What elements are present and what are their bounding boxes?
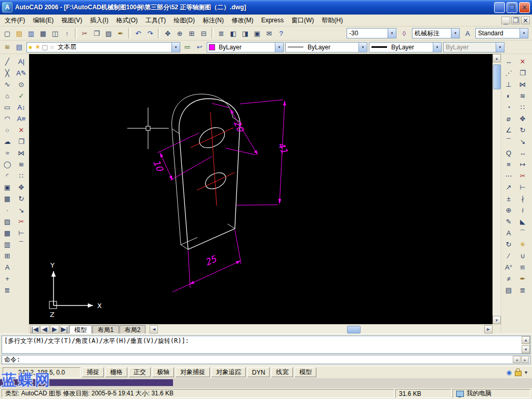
status-toggle-grid[interactable]: 栅格: [105, 367, 127, 377]
tool-layers[interactable]: ▤: [14, 42, 25, 53]
tool-construction-line[interactable]: ╳: [2, 67, 13, 78]
scroll-up-icon[interactable]: ▲: [493, 54, 501, 62]
tool-insert-block[interactable]: ▣: [2, 181, 13, 193]
tool-open-file[interactable]: ▤: [14, 28, 25, 39]
toolbar-lock-icon[interactable]: [515, 371, 522, 376]
lineweight-combo[interactable]: ByLayer ▾: [369, 42, 442, 52]
tool-quick-leader[interactable]: ↗: [503, 181, 514, 193]
tool-extend[interactable]: ⊢: [517, 181, 528, 193]
status-toggle-snap[interactable]: 捕捉: [82, 367, 104, 377]
tool-dim-baseline[interactable]: ≡: [503, 158, 514, 170]
status-toggle-otrack[interactable]: 对象追踪: [211, 367, 246, 377]
dropdown-arrow-icon[interactable]: ▾: [520, 29, 528, 38]
tool-justify-text[interactable]: A≡: [16, 113, 27, 124]
tool-sheet-set-manager[interactable]: ▣: [251, 28, 263, 39]
tool-ellipse[interactable]: ◯: [2, 158, 13, 170]
tool-text-style-manager[interactable]: A: [462, 28, 473, 39]
tool-dim-oblique[interactable]: ∕: [503, 250, 514, 261]
status-toggle-ortho[interactable]: 正交: [129, 367, 151, 377]
tool-properties[interactable]: ≣: [216, 28, 227, 39]
tool-layer-previous[interactable]: ↩: [194, 42, 205, 53]
tool-spline[interactable]: ≈: [2, 147, 13, 158]
status-toggle-lwt[interactable]: 线宽: [271, 367, 293, 377]
menu-window[interactable]: 窗口(W): [288, 15, 317, 26]
tool-layer-properties-manager[interactable]: ≋: [2, 42, 13, 53]
drawing-area[interactable]: 10 20 41 25: [29, 54, 493, 324]
titlebar-minimize[interactable]: _: [494, 2, 505, 13]
drawing-viewport[interactable]: 10 20 41 25: [29, 54, 493, 324]
mdi-mdi-minimize[interactable]: _: [501, 17, 510, 24]
tool-dim-continue[interactable]: ⋯: [503, 170, 514, 181]
tool-polyline[interactable]: ∿: [2, 78, 13, 90]
tool-rectangle[interactable]: ▭: [2, 101, 13, 113]
tool-dim-radius[interactable]: ◐: [503, 90, 514, 101]
communication-center-icon[interactable]: ◉: [506, 369, 511, 376]
tool-gradient[interactable]: ▩: [2, 227, 13, 238]
menu-view[interactable]: 视图(V): [58, 15, 86, 26]
tool-properties[interactable]: ≣: [517, 284, 528, 296]
tool-erase[interactable]: ✕: [517, 56, 528, 67]
tool-join[interactable]: ∪: [517, 250, 528, 261]
tool-undo[interactable]: ↶: [132, 28, 144, 39]
tool-make-object-layer-current[interactable]: ≔: [182, 42, 193, 53]
tool-circle[interactable]: ○: [2, 124, 13, 136]
tool-dim-ordinate[interactable]: ⊥: [503, 78, 514, 90]
tool-erase[interactable]: ✕: [16, 124, 27, 136]
tool-tolerance[interactable]: ±: [503, 193, 514, 204]
tool-center-mark[interactable]: ⊕: [503, 204, 514, 216]
tool-scale[interactable]: ↘: [16, 204, 27, 216]
tool-dim-style-manager[interactable]: ◊: [398, 28, 410, 39]
tool-paste[interactable]: ▨: [103, 28, 114, 39]
tool-mirror[interactable]: ⋈: [16, 147, 27, 158]
tool-offset[interactable]: ≋: [517, 90, 528, 101]
tool-extend[interactable]: ⊢: [16, 227, 27, 238]
scroll-down-icon[interactable]: ▼: [493, 316, 501, 324]
scroll-right-icon[interactable]: ▶: [484, 325, 493, 334]
tool-rotate[interactable]: ↻: [517, 124, 528, 136]
tool-lengthen[interactable]: ↦: [517, 158, 528, 170]
dropdown-arrow-icon[interactable]: ▾: [433, 43, 441, 52]
tool-trim[interactable]: ✂: [16, 216, 27, 227]
tool-dim-text-angle[interactable]: A°: [503, 261, 514, 273]
tool-redo[interactable]: ↷: [144, 28, 156, 39]
tool-new-file[interactable]: ▢: [2, 28, 13, 39]
dropdown-arrow-icon[interactable]: ▾: [388, 29, 396, 38]
scroll-down-icon[interactable]: ▼: [522, 345, 530, 353]
tab-layout1[interactable]: 布局1: [92, 325, 119, 334]
menu-draw[interactable]: 绘图(D): [170, 15, 198, 26]
status-toggle-osnap[interactable]: 对象捕捉: [176, 367, 210, 377]
menu-format[interactable]: 格式(O): [113, 15, 141, 26]
vertical-scroll-track[interactable]: [493, 62, 501, 316]
tab-layout2[interactable]: 布局2: [119, 325, 146, 334]
tool-table[interactable]: ⊞: [2, 250, 13, 261]
canvas-vertical-scrollbar[interactable]: ▲ ▼: [493, 54, 501, 324]
tool-multiline-text[interactable]: A: [2, 261, 13, 273]
tool-cut[interactable]: ✂: [79, 28, 90, 39]
command-input-row[interactable]: 命令: ◀ ▶: [2, 355, 530, 364]
tab-nav-next[interactable]: ▶: [50, 325, 59, 334]
tool-help[interactable]: ?: [275, 28, 287, 39]
tool-dim-text-edit[interactable]: A: [503, 227, 514, 238]
tool-region[interactable]: ▥: [2, 238, 13, 250]
tool-explode[interactable]: ✳: [517, 238, 528, 250]
tool-dim-jogged[interactable]: ◔: [503, 101, 514, 113]
tab-nav-prev[interactable]: ◀: [40, 325, 49, 334]
vertical-scroll-thumb[interactable]: [493, 64, 501, 89]
tool-dim-edit[interactable]: ✎: [503, 216, 514, 227]
tool-edit-text[interactable]: A✎: [16, 67, 27, 78]
tool-mirror[interactable]: ⋈: [517, 78, 528, 90]
tool-dim-aligned[interactable]: ⋰: [503, 67, 514, 78]
scroll-left-icon[interactable]: ◀: [150, 325, 158, 334]
tool-spell-check[interactable]: ✓: [16, 90, 27, 101]
mdi-mdi-restore[interactable]: ❐: [511, 17, 520, 24]
status-toggle-dyn[interactable]: DYN: [247, 367, 270, 377]
tool-dim-diameter[interactable]: ⌀: [503, 113, 514, 124]
menu-help[interactable]: 帮助(H): [318, 15, 347, 26]
layer-status-layer-color[interactable]: ■: [49, 44, 56, 50]
tool-chamfer[interactable]: ◣: [517, 216, 528, 227]
tool-copy-object[interactable]: ❐: [16, 136, 27, 147]
command-scrollbar[interactable]: ▲ ▼: [522, 336, 530, 353]
tool-align[interactable]: ≌: [517, 261, 528, 273]
dropdown-arrow-icon[interactable]: ▾: [451, 29, 459, 38]
tool-polygon[interactable]: ⌂: [2, 90, 13, 101]
